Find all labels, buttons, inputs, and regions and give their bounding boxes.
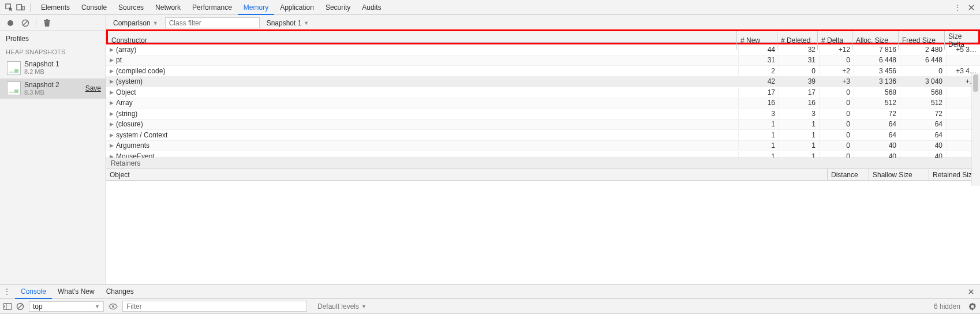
cell-delta: 0 (820, 119, 854, 129)
cell-deleted: 1 (779, 130, 820, 140)
grid-header[interactable]: Constructor # New # Deleted # Delta Allo… (108, 31, 978, 43)
cell-alloc: 64 (854, 130, 900, 140)
tab-performance[interactable]: Performance (186, 0, 238, 15)
table-row[interactable]: ▶Object 17 17 0 568 568 (106, 87, 980, 98)
cell-deleted: 32 (779, 45, 820, 54)
kebab-menu-icon[interactable]: ⋮ (952, 2, 963, 13)
drawer-close-icon[interactable] (966, 289, 977, 295)
table-row[interactable]: ▶(compiled code) 2 0 +2 3 456 0 +3 4… (106, 66, 980, 77)
table-row[interactable]: ▶(closure) 1 1 0 64 64 (106, 119, 980, 130)
ret-col-object[interactable]: Object (106, 169, 828, 180)
context-select[interactable]: top ▼ (29, 301, 104, 312)
retainers-header[interactable]: Object Distance Shallow Size Retained Si… (106, 169, 980, 181)
cell-deleted: 17 (779, 88, 820, 97)
compare-snapshot-select[interactable]: Snapshot 1 ▼ (264, 18, 312, 28)
cell-new: 42 (739, 77, 779, 86)
ret-col-distance[interactable]: Distance (828, 169, 869, 180)
tab-security[interactable]: Security (320, 0, 356, 15)
cell-deleted: 39 (779, 77, 820, 86)
device-mode-icon[interactable] (15, 2, 25, 13)
drawer-tab-console[interactable]: Console (15, 284, 52, 299)
cell-new: 3 (739, 109, 779, 118)
profiles-sidebar: Profiles HEAP SNAPSHOTS Snapshot 1 8.2 M… (0, 31, 106, 284)
expand-icon[interactable]: ▶ (110, 100, 114, 106)
table-row[interactable]: ▶(system) 42 39 +3 3 136 3 040 +… (106, 77, 980, 88)
snapshot-save-link[interactable]: Save (85, 84, 101, 92)
drawer-tab-what-s-new[interactable]: What's New (52, 284, 100, 299)
tab-network[interactable]: Network (149, 0, 186, 15)
tab-application[interactable]: Application (274, 0, 320, 15)
live-expression-icon[interactable] (109, 303, 118, 310)
table-row[interactable]: ▶Array 16 16 0 512 512 (106, 98, 980, 109)
table-row[interactable]: ▶Arguments 1 1 0 40 40 (106, 141, 980, 152)
drawer-tab-changes[interactable]: Changes (100, 284, 140, 299)
expand-icon[interactable]: ▶ (110, 154, 114, 158)
expand-icon[interactable]: ▶ (110, 89, 114, 95)
retainers-title[interactable]: Retainers (106, 158, 980, 169)
constructor-name: (system) (116, 77, 143, 85)
table-row[interactable]: ▶pt 31 31 0 6 448 6 448 (106, 55, 980, 66)
constructor-name: Object (116, 88, 136, 96)
console-toolbar: top ▼ Default levels ▼ 6 hidden (0, 299, 980, 314)
cell-new: 17 (739, 88, 779, 97)
retainers-body[interactable] (106, 181, 980, 284)
cell-new: 16 (739, 98, 779, 107)
drawer-menu-icon[interactable]: ⋮ (3, 287, 10, 296)
vertical-scrollbar[interactable] (971, 73, 980, 186)
inspect-icon[interactable] (3, 2, 14, 13)
cell-new: 1 (739, 130, 779, 140)
grid-body[interactable]: ▶(array) 44 32 +12 7 816 2 480 +5 3…▶pt … (106, 44, 980, 158)
expand-icon[interactable]: ▶ (110, 47, 114, 53)
expand-icon[interactable]: ▶ (110, 143, 114, 148)
tab-audits[interactable]: Audits (356, 0, 387, 15)
cell-deleted: 3 (779, 109, 820, 118)
table-row[interactable]: ▶(string) 3 3 0 72 72 (106, 109, 980, 119)
delete-icon[interactable] (42, 18, 51, 28)
constructor-name: (array) (116, 46, 136, 54)
expand-icon[interactable]: ▶ (110, 132, 114, 138)
snapshot-item[interactable]: Snapshot 2 8.3 MB Save (0, 78, 106, 99)
comparison-view: Constructor # New # Deleted # Delta Allo… (106, 31, 980, 284)
expand-icon[interactable]: ▶ (110, 57, 114, 63)
hidden-messages[interactable]: 6 hidden (934, 302, 960, 311)
console-sidebar-icon[interactable] (3, 303, 12, 310)
cell-delta: 0 (820, 88, 854, 97)
chevron-down-icon: ▼ (361, 304, 366, 309)
constructor-name: system / Context (116, 131, 167, 139)
cell-new: 44 (739, 45, 779, 54)
expand-icon[interactable]: ▶ (110, 111, 114, 117)
tab-console[interactable]: Console (76, 0, 113, 15)
cell-alloc: 512 (854, 98, 900, 107)
expand-icon[interactable]: ▶ (110, 121, 114, 127)
expand-icon[interactable]: ▶ (110, 78, 114, 84)
tab-elements[interactable]: Elements (35, 0, 76, 15)
snapshot-name: Snapshot 1 (24, 60, 101, 68)
console-filter-input[interactable] (122, 301, 307, 312)
close-icon[interactable] (966, 2, 977, 13)
record-icon[interactable] (6, 18, 15, 28)
expand-icon[interactable]: ▶ (110, 68, 114, 74)
tab-sources[interactable]: Sources (113, 0, 149, 15)
class-filter-input[interactable] (165, 17, 260, 28)
tab-memory[interactable]: Memory (238, 0, 274, 15)
memory-toolbar: Comparison ▼ Snapshot 1 ▼ (0, 15, 980, 31)
log-levels-select[interactable]: Default levels ▼ (315, 301, 369, 312)
table-row[interactable]: ▶(array) 44 32 +12 7 816 2 480 +5 3… (106, 44, 980, 55)
view-mode-select[interactable]: Comparison ▼ (111, 18, 160, 28)
scrollbar-thumb[interactable] (973, 74, 978, 92)
snapshot-item[interactable]: Snapshot 1 8.2 MB (0, 58, 106, 78)
heap-snapshots-group: HEAP SNAPSHOTS (0, 46, 106, 58)
table-row[interactable]: ▶MouseEvent 1 1 0 40 40 (106, 151, 980, 158)
cell-alloc: 64 (854, 119, 900, 129)
ret-col-shallow[interactable]: Shallow Size (869, 169, 929, 180)
table-row[interactable]: ▶system / Context 1 1 0 64 64 (106, 130, 980, 141)
cell-new: 31 (739, 55, 779, 65)
cell-alloc: 6 448 (854, 55, 900, 65)
view-mode-label: Comparison (113, 19, 151, 27)
snapshot-size: 8.2 MB (24, 68, 101, 76)
clear-icon[interactable] (21, 18, 30, 28)
gear-icon[interactable] (968, 302, 977, 311)
console-clear-icon[interactable] (16, 302, 24, 311)
cell-sizedelta: +5 3… (947, 45, 980, 54)
cell-deleted: 1 (779, 119, 820, 129)
